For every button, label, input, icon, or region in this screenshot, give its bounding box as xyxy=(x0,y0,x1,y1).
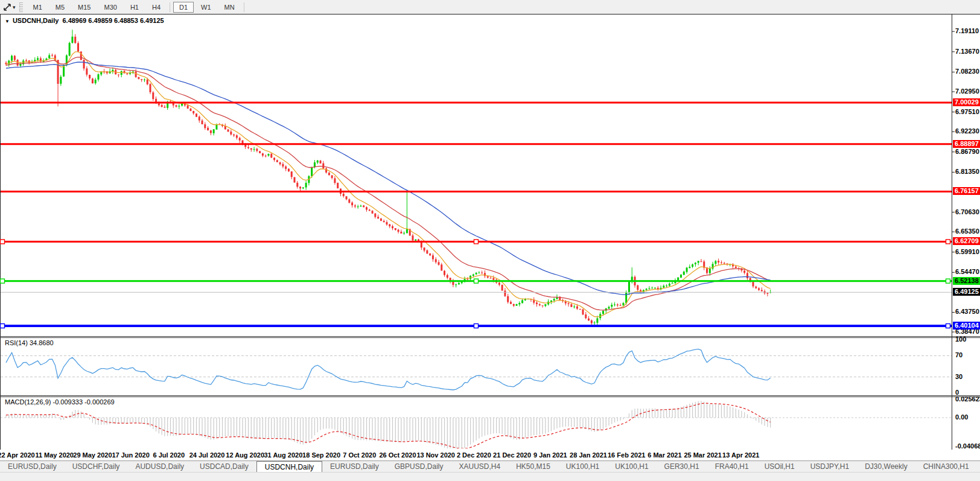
price-level-line xyxy=(1,102,952,104)
timeframe-button-mn[interactable]: MN xyxy=(218,2,241,13)
macd-scale-label: -0.040687 xyxy=(955,442,980,450)
chart-symbol: USDCNH,Daily xyxy=(13,17,59,24)
top-toolbar: ▾ M1M5M15M30H1H4D1W1MN xyxy=(0,0,980,14)
y-axis-tick-label: 6.65350 xyxy=(955,228,979,235)
chart-tab-bar: EURUSD,DailyUSDCHF,DailyAUDUSD,DailyUSDC… xyxy=(0,460,980,473)
y-axis-tick-label: 6.97510 xyxy=(955,108,979,115)
date-label: 7 Oct 2020 xyxy=(343,451,376,459)
line-handle xyxy=(1,240,5,244)
chart-tab-audusd-daily[interactable]: AUDUSD,Daily xyxy=(127,461,192,473)
chart-tab-ger30-h1[interactable]: GER30,H1 xyxy=(657,461,707,473)
price-level-tag: 6.40104 xyxy=(953,322,980,330)
chart-tab-dj30-weekly[interactable]: DJ30,Weekly xyxy=(857,461,915,473)
timeframe-button-d1[interactable]: D1 xyxy=(173,2,194,13)
chart-tab-usoil-h1[interactable]: USOil,H1 xyxy=(757,461,803,473)
y-axis-tick-label: 6.92230 xyxy=(955,127,979,135)
price-level-tag: 6.52138 xyxy=(953,277,980,285)
timeframe-button-h1[interactable]: H1 xyxy=(124,2,145,13)
timeframe-button-m15[interactable]: M15 xyxy=(72,2,97,13)
date-label: 2 Dec 2020 xyxy=(457,451,491,459)
date-label: 25 Mar 2021 xyxy=(684,451,721,459)
date-label: 18 Sep 2020 xyxy=(302,451,340,459)
y-axis-tick-label: 6.54470 xyxy=(955,268,979,275)
chart-tab-usdcad-daily[interactable]: USDCAD,Daily xyxy=(192,461,256,473)
y-axis-tick-label: 7.19110 xyxy=(955,27,979,34)
rsi-label: RSI(14) 34.8680 xyxy=(5,339,54,346)
date-label: 6 Jul 2020 xyxy=(153,451,185,459)
price-level-line xyxy=(1,191,952,193)
chart-tab-xauusd-h4[interactable]: XAUUSD,H4 xyxy=(451,461,508,473)
ma-fast xyxy=(6,52,771,317)
chart-ohlc: 6.48969 6.49859 6.48853 6.49125 xyxy=(62,17,164,24)
y-axis-tick-label: 7.02950 xyxy=(955,88,979,95)
status-strip xyxy=(0,472,980,481)
dropdown-caret-icon[interactable]: ▾ xyxy=(13,4,16,10)
timeframe-button-m5[interactable]: M5 xyxy=(49,2,71,13)
date-label: 26 Oct 2020 xyxy=(379,451,416,459)
price-level-tag: 6.88897 xyxy=(953,140,980,148)
date-label: 28 Jan 2021 xyxy=(570,451,607,459)
line-handle xyxy=(474,279,479,283)
line-handle xyxy=(946,240,950,244)
chart-tab-usdjpy-h1[interactable]: USDJPY,H1 xyxy=(803,461,857,473)
line-handle xyxy=(946,323,950,328)
timeframe-button-m1[interactable]: M1 xyxy=(27,2,48,13)
date-label: 31 Aug 2020 xyxy=(264,451,302,459)
macd-scale-label: 0.00 xyxy=(955,413,968,421)
price-level-tag: 7.00029 xyxy=(953,98,980,106)
y-axis-tick-label: 6.59910 xyxy=(955,248,979,255)
date-label: 13 Nov 2020 xyxy=(416,451,455,459)
chart-tab-usdchf-daily[interactable]: USDCHF,Daily xyxy=(65,461,128,473)
timeframe-button-m30[interactable]: M30 xyxy=(98,2,123,13)
y-axis-tick-label: 6.86790 xyxy=(955,148,979,155)
date-label: 17 Jun 2020 xyxy=(112,451,149,459)
date-label: 24 Jul 2020 xyxy=(189,451,225,459)
collapse-icon[interactable]: ▼ xyxy=(5,19,10,24)
line-handle xyxy=(946,279,950,283)
ma-medium xyxy=(6,57,771,310)
chart-tab-usdcnh-daily[interactable]: USDCNH,Daily xyxy=(256,461,322,473)
price-level-tag: 6.62709 xyxy=(953,237,980,245)
y-axis-tick-label: 6.81350 xyxy=(955,168,979,175)
time-axis: 22 Apr 202011 May 202029 May 202017 Jun … xyxy=(0,450,980,460)
line-handle xyxy=(1,279,5,283)
chart-tab-eurusd-daily[interactable]: EURUSD,Daily xyxy=(0,461,65,473)
macd-label: MACD(12,26,9) -0.009333 -0.000269 xyxy=(5,398,115,406)
timeframe-button-w1[interactable]: W1 xyxy=(195,2,217,13)
chart-tab-fra40-h1[interactable]: FRA40,H1 xyxy=(707,461,757,473)
chart-tab-gbpusd-daily[interactable]: GBPUSD,Daily xyxy=(387,461,451,473)
line-handle xyxy=(474,323,479,328)
chart-tab-uk100-h1[interactable]: UK100,H1 xyxy=(558,461,607,473)
line-handle xyxy=(474,240,479,244)
date-label: 6 Mar 2021 xyxy=(648,451,681,459)
date-label: 16 Feb 2021 xyxy=(608,451,645,459)
rsi-scale-label: 100 xyxy=(955,336,966,343)
chart-tab-uk100-h1[interactable]: UK100,H1 xyxy=(607,461,656,473)
price-level-line xyxy=(1,143,952,145)
date-label: 29 May 2020 xyxy=(73,451,112,459)
price-level-tag: 6.76157 xyxy=(953,187,980,195)
trading-platform-window: ▾ M1M5M15M30H1H4D1W1MN ▼USDCNH,Daily 6.4… xyxy=(0,0,980,481)
chart-tab-u[interactable]: U xyxy=(977,461,980,473)
rsi-scale-label: 70 xyxy=(955,351,962,358)
rsi-scale-label: 30 xyxy=(955,373,962,380)
toolbar-grip xyxy=(19,2,23,12)
timeframe-button-group: M1M5M15M30H1H4D1W1MN xyxy=(27,2,247,13)
cursor-tool-icon[interactable] xyxy=(2,2,12,12)
y-axis-tick-label: 6.43750 xyxy=(955,308,979,315)
y-axis-tick-label: 7.13670 xyxy=(955,48,979,55)
date-label: 22 Apr 2020 xyxy=(0,451,35,459)
chart-tab-hk50-m15[interactable]: HK50,M15 xyxy=(508,461,558,473)
date-label: 9 Jan 2021 xyxy=(533,451,567,459)
macd-histogram xyxy=(6,401,771,448)
chart-title: ▼USDCNH,Daily 6.48969 6.49859 6.48853 6.… xyxy=(5,17,164,24)
date-label: 12 Aug 2020 xyxy=(226,451,264,459)
date-label: 11 May 2020 xyxy=(35,451,74,459)
y-axis-tick-label: 6.70630 xyxy=(955,208,979,215)
chart-canvas[interactable] xyxy=(0,0,980,481)
chart-tab-china300-h1[interactable]: CHINA300,H1 xyxy=(915,461,977,473)
date-label: 21 Dec 2020 xyxy=(493,451,531,459)
timeframe-button-h4[interactable]: H4 xyxy=(146,2,167,13)
chart-tab-eurusd-daily[interactable]: EURUSD,Daily xyxy=(322,461,387,473)
date-label: 13 Apr 2021 xyxy=(722,451,759,459)
